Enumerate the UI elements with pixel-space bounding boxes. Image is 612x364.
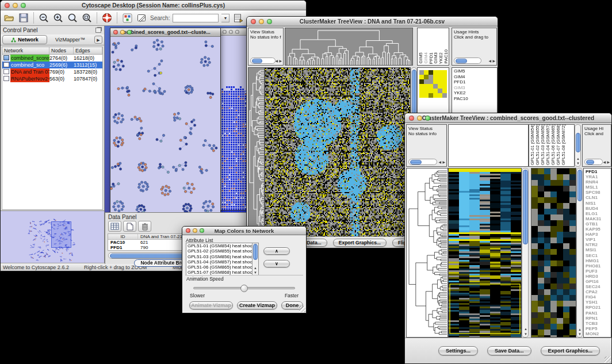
scroll-right-icon[interactable]: ▶ xyxy=(442,160,445,164)
column-label[interactable]: GIM3 xyxy=(434,52,438,64)
column-label[interactable]: GPL51-07 (GSM868) xyxy=(556,124,561,165)
scroll-right-icon[interactable]: ▶ xyxy=(279,59,282,63)
network-view-window[interactable]: combined_scores_good.txt--cluste... xyxy=(110,28,221,217)
attribute-list-item[interactable]: GPL51-01 (GSM854) heat shock 05 min xyxy=(188,243,258,248)
column-label[interactable]: GPL51-01 (GSM854) xyxy=(530,124,535,165)
move-down-button[interactable]: ∨ xyxy=(263,260,290,267)
gene-label[interactable]: YRA1 xyxy=(586,174,611,179)
hints-hscrollbar[interactable] xyxy=(584,159,603,165)
scrollbar-thumb[interactable] xyxy=(576,133,580,152)
treeview-button[interactable]: Export Graphics... xyxy=(333,239,387,247)
column-label[interactable]: GPL51-04 (GSM857) xyxy=(546,124,550,165)
gene-label[interactable]: PFD1 xyxy=(586,169,611,174)
gene-label[interactable]: BUD4 xyxy=(586,206,611,211)
zoom-thumbnail-canvas[interactable] xyxy=(419,70,447,98)
tab-overflow-arrow[interactable]: ▶ xyxy=(94,36,102,44)
minimize-icon[interactable] xyxy=(417,116,422,121)
column-label[interactable]: PFD1 xyxy=(429,52,434,64)
new-attribute-icon[interactable] xyxy=(123,221,136,232)
resize-grip[interactable] xyxy=(299,306,305,312)
minimize-icon[interactable] xyxy=(13,3,18,8)
zoom-out-icon[interactable] xyxy=(38,12,49,24)
scroll-right-icon[interactable]: ▶ xyxy=(607,160,610,164)
gene-label[interactable]: TCB3 xyxy=(586,321,611,326)
gene-label[interactable]: GIM4 xyxy=(454,74,497,80)
resize-grip[interactable] xyxy=(605,357,611,363)
zoom-window-icon[interactable] xyxy=(267,19,272,24)
scrollbar-thumb[interactable] xyxy=(410,160,422,164)
gene-label[interactable]: SEC1 xyxy=(586,253,611,258)
close-icon[interactable] xyxy=(5,3,10,8)
tab-vizmapper[interactable]: VizMapper™ xyxy=(48,37,92,43)
network-table-row[interactable]: combined_scores 2764(0) 16218(0) xyxy=(2,55,102,62)
zoom-view-canvas[interactable] xyxy=(531,168,576,337)
minimize-icon[interactable] xyxy=(120,30,125,35)
genes-vscrollbar[interactable]: ▲ ▼ xyxy=(576,168,583,338)
network-view-title-bar[interactable]: combined_scores_good.txt--cluste... xyxy=(110,28,220,37)
zoom-window-icon[interactable] xyxy=(235,30,239,34)
scroll-up-icon[interactable]: ▲ xyxy=(254,266,257,270)
zoom-view-panel[interactable] xyxy=(531,168,576,338)
scrollbar-thumb[interactable] xyxy=(456,59,467,63)
gene-label[interactable]: ELG1 xyxy=(586,211,611,216)
column-header-edges[interactable]: Edges xyxy=(74,47,102,54)
scroll-left-icon[interactable]: ◀ xyxy=(438,160,441,164)
column-label[interactable]: PAC10 xyxy=(444,49,449,64)
gene-label[interactable]: SPC98 xyxy=(586,190,611,195)
gene-label[interactable]: NTR2 xyxy=(586,242,611,247)
search-input[interactable] xyxy=(173,14,219,22)
dialog-title-bar[interactable]: Map Colors to Network xyxy=(182,227,306,235)
gene-label[interactable]: YKE2 xyxy=(454,90,497,96)
close-icon[interactable] xyxy=(186,228,190,233)
gene-label[interactable]: SEC24 xyxy=(586,284,611,289)
minimize-icon[interactable] xyxy=(259,19,264,24)
attribute-list-item[interactable]: GPL51-03 (GSM856) heat shock 15 min xyxy=(188,254,258,259)
scroll-left-icon[interactable]: ◀ xyxy=(275,59,278,63)
select-attributes-icon[interactable] xyxy=(108,221,121,232)
minimize-icon[interactable] xyxy=(229,30,233,34)
network-table-row[interactable]: RNAPuberNov2+ 563(0) 107847(0) xyxy=(2,75,102,82)
gene-label[interactable]: MSI1 xyxy=(586,247,611,252)
zoom-selected-icon[interactable] xyxy=(67,12,78,24)
column-label[interactable]: GPL51-08 (GSM872) xyxy=(561,124,566,165)
column-tree-panel[interactable] xyxy=(448,124,529,167)
tab-network[interactable]: Network xyxy=(2,35,47,44)
scroll-up-icon[interactable]: ▲ xyxy=(524,327,527,331)
gene-label[interactable]: YSH1 xyxy=(586,300,611,305)
attribute-list-item[interactable]: GPL51-06 (GSM865) heat shock 40 min xyxy=(188,265,258,270)
scroll-down-icon[interactable]: ▼ xyxy=(578,332,582,336)
gene-label[interactable]: MAK31 xyxy=(586,216,611,221)
column-label[interactable]: GIM4 xyxy=(424,52,429,64)
attribute-list-item[interactable]: GPL51-04 (GSM857) heat shock 20 min xyxy=(188,259,258,265)
scroll-up-icon[interactable]: ▲ xyxy=(578,328,582,331)
treeview1-title-bar[interactable]: ClusterMaker TreeView : DNA and Tran 07-… xyxy=(247,17,498,26)
zoom-window-icon[interactable] xyxy=(21,3,26,8)
gene-label[interactable]: PEP5 xyxy=(586,326,611,331)
birdseye-canvas[interactable] xyxy=(1,211,104,264)
search-dropdown-icon[interactable]: ▼ xyxy=(221,14,230,22)
gene-label[interactable]: FIG4 xyxy=(586,294,611,300)
move-up-button[interactable]: ∧ xyxy=(263,247,290,255)
gene-label[interactable]: KAP95 xyxy=(586,227,611,232)
close-icon[interactable] xyxy=(251,19,256,24)
scrollbar-thumb[interactable] xyxy=(586,160,594,164)
slider-thumb[interactable] xyxy=(240,285,248,292)
column-dendrogram-canvas[interactable] xyxy=(285,28,412,65)
minimize-icon[interactable] xyxy=(193,228,197,233)
column-header-id[interactable]: ID xyxy=(108,234,138,239)
attribute-list-scrollbar[interactable]: ▲ ▼ xyxy=(252,243,258,275)
scroll-left-icon[interactable]: ◀ xyxy=(603,160,606,164)
animate-vizmap-button[interactable]: Animate Vizmap xyxy=(189,301,233,309)
zoom-fit-icon[interactable] xyxy=(81,12,93,24)
treeview2-title-bar[interactable]: ClusterMaker TreeView : combined_scores_… xyxy=(405,113,611,123)
labels-vscrollbar[interactable]: ▲ ▼ xyxy=(575,124,581,167)
gene-label[interactable]: CPA2 xyxy=(586,289,611,294)
gene-label[interactable]: PFD1 xyxy=(454,79,497,85)
gene-label[interactable]: GIM3 xyxy=(454,85,497,91)
gene-label[interactable]: VIP1 xyxy=(586,237,611,242)
heatmap-panel[interactable] xyxy=(448,168,522,338)
gene-label[interactable]: PHO81 xyxy=(586,263,611,269)
save-icon[interactable] xyxy=(18,12,29,24)
column-header-network[interactable]: Network xyxy=(2,47,49,54)
gene-label[interactable]: HRD3 xyxy=(586,274,611,279)
